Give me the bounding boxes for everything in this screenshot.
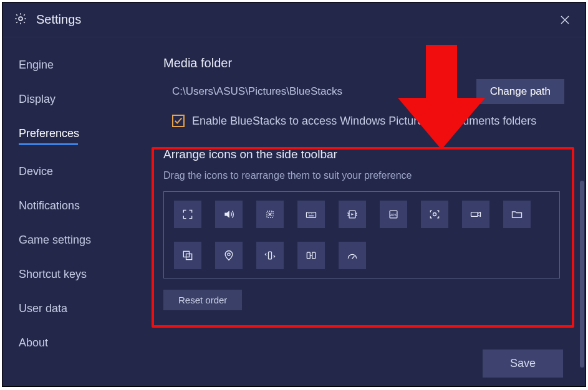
sidebar-item-user-data[interactable]: User data [19,302,67,315]
speedometer-icon[interactable] [339,242,366,269]
sidebar-item-preferences[interactable]: Preferences [19,127,79,144]
svg-point-8 [433,213,436,216]
sidebar-item-device[interactable]: Device [19,165,53,178]
close-button[interactable] [556,11,574,29]
sidebar-item-shortcut-keys[interactable]: Shortcut keys [19,268,87,281]
screenshot-icon[interactable] [421,201,448,228]
svg-rect-9 [471,212,478,217]
enable-access-label: Enable BlueStacks to access Windows Pict… [192,113,536,129]
change-path-button[interactable]: Change path [476,79,564,104]
svg-rect-4 [307,212,316,217]
sidebar-item-notifications[interactable]: Notifications [19,199,80,212]
svg-point-16 [352,258,353,259]
settings-window: Settings Engine Display Preferences Devi… [2,2,586,387]
save-button[interactable]: Save [483,350,563,378]
sync-icon[interactable] [297,242,325,269]
svg-text:APK: APK [390,213,397,217]
gear-icon [14,12,27,28]
svg-point-12 [228,253,230,255]
enable-access-checkbox[interactable] [172,115,185,127]
sidebar-item-engine[interactable]: Engine [19,59,54,72]
record-icon[interactable] [462,201,489,228]
reset-order-button[interactable]: Reset order [163,290,242,310]
install-apk-icon[interactable]: APK [380,201,407,228]
arrange-heading: Arrange icons on the side toolbar [163,148,568,161]
arrange-subtitle: Drag the icons to rearrange them to suit… [163,170,568,181]
media-folder-icon[interactable] [339,201,366,228]
keyboard-icon[interactable] [297,201,325,228]
multi-instance-icon[interactable] [174,242,201,269]
volume-icon[interactable] [215,201,243,228]
folder-icon[interactable] [503,201,531,228]
arrange-section: Arrange icons on the side toolbar Drag t… [163,148,568,310]
sidebar-item-game-settings[interactable]: Game settings [19,234,91,247]
sidebar-item-display[interactable]: Display [19,93,55,106]
svg-rect-13 [269,252,272,259]
main-panel: Media folder C:\Users\ASUS\Pictures\Blue… [141,37,586,386]
window-title: Settings [36,12,81,27]
sidebar: Engine Display Preferences Device Notifi… [2,37,141,386]
sidebar-item-about[interactable]: About [19,336,48,350]
icon-grid: APK [163,191,560,278]
location-icon[interactable] [215,242,243,269]
media-folder-path: C:\Users\ASUS\Pictures\BlueStacks [172,85,342,98]
titlebar: Settings [2,2,586,37]
fullscreen-icon[interactable] [174,201,201,228]
svg-rect-15 [312,252,316,259]
media-folder-heading: Media folder [163,56,568,70]
svg-rect-14 [307,252,310,259]
svg-point-0 [19,17,22,21]
shake-icon[interactable] [256,201,284,228]
scrollbar[interactable] [580,181,584,368]
rotate-icon[interactable] [256,242,284,269]
